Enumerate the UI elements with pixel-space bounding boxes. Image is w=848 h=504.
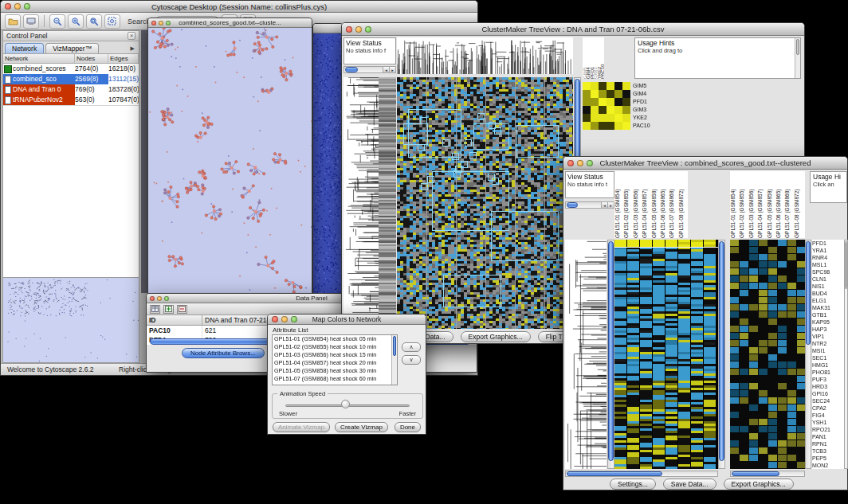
column-label[interactable]: GPL51-01 (GSM854)	[730, 171, 739, 238]
close-button[interactable]	[5, 3, 11, 10]
tv2-dendrogram-v-scrollbar[interactable]	[607, 240, 614, 469]
network-row[interactable]: combined_sco 2569(8) 13112(15)	[3, 74, 139, 84]
gene-label[interactable]: RPO21	[812, 426, 844, 433]
scroll-left-icon[interactable]: ◂	[601, 202, 607, 208]
minimize-button[interactable]	[281, 316, 288, 322]
treeview-action-button[interactable]: Export Graphics...	[461, 331, 531, 342]
column-label[interactable]: PAC10	[600, 37, 603, 79]
network-row[interactable]: tRNAPuberNov2 563(0) 107847(0)	[3, 95, 139, 105]
gene-label[interactable]: NIS1	[812, 283, 844, 290]
zoom-fit-button[interactable]	[86, 14, 102, 29]
column-label[interactable]: GPL51-06 (GSM865)	[660, 171, 669, 238]
gene-label[interactable]: VIP1	[812, 333, 844, 340]
network-graph-canvas[interactable]	[148, 28, 312, 293]
gene-label[interactable]: RNR4	[812, 254, 844, 261]
minimize-button[interactable]	[577, 160, 583, 166]
tv2-row-dendrogram-canvas[interactable]	[565, 240, 607, 469]
scrollbar-thumb[interactable]	[719, 241, 724, 461]
close-button[interactable]	[272, 316, 278, 322]
zoom-out-button[interactable]	[49, 14, 65, 29]
node-attribute-browser-button[interactable]: Node Attribute Brows...	[182, 348, 265, 358]
tv2-heatmap-v-scrollbar[interactable]	[718, 240, 725, 469]
gene-label[interactable]: MSL1	[812, 261, 844, 268]
attribute-item[interactable]: GPL51-05 (GSM858) heat shock 30 min	[273, 367, 397, 375]
minimize-button[interactable]	[355, 26, 362, 33]
gene-label[interactable]: MSI1	[812, 347, 844, 354]
treeview1-titlebar[interactable]: ClusterMaker TreeView : DNA and Tran 07-…	[342, 23, 804, 36]
background-network-titlebar[interactable]	[313, 24, 343, 33]
tv1-correlation-matrix-canvas[interactable]	[583, 82, 630, 130]
gene-label[interactable]: HMG1	[812, 361, 844, 369]
gene-label[interactable]: BUD4	[812, 290, 844, 297]
matrix-row-label[interactable]: YKE2	[633, 114, 660, 122]
attribute-item[interactable]: GPL51-03 (GSM856) heat shock 15 min	[273, 351, 397, 359]
gene-label[interactable]: PUF3	[812, 376, 844, 383]
scrollbar-thumb[interactable]	[608, 241, 614, 461]
scrollbar-thumb[interactable]	[345, 67, 358, 72]
column-label[interactable]: GPL51-04 (GSM857)	[757, 171, 766, 238]
gene-label[interactable]: SEC1	[812, 354, 844, 361]
dialog-button[interactable]: Done	[395, 422, 421, 432]
column-label[interactable]: GPL51-02 (GSM855)	[739, 171, 748, 238]
scroll-right-icon[interactable]: ▸	[389, 67, 395, 72]
gene-label[interactable]: MAK31	[812, 304, 844, 311]
gene-label[interactable]: RPN1	[812, 440, 844, 447]
main-titlebar[interactable]: Cytoscape Desktop (Session Name: collins…	[1, 1, 477, 13]
zoom-button[interactable]	[24, 3, 30, 10]
network-row[interactable]: combined_scores 2764(0) 16218(0)	[3, 64, 139, 74]
create-attribute-button[interactable]	[163, 305, 174, 314]
gene-label[interactable]: YSH1	[812, 419, 844, 426]
tv1-column-dendrogram-canvas[interactable]	[397, 37, 573, 74]
zoom-button[interactable]	[164, 296, 169, 301]
gene-label[interactable]: CLN1	[812, 275, 844, 283]
open-session-button[interactable]	[5, 14, 21, 29]
tv1-row-dendrogram-canvas[interactable]	[344, 77, 396, 329]
move-down-button[interactable]: ∨	[402, 355, 421, 365]
status-h-scrollbar[interactable]: ◂ ▸	[565, 201, 614, 209]
gene-label[interactable]: CPA2	[812, 404, 844, 412]
gene-label[interactable]: PHO81	[812, 369, 844, 376]
scrollbar-thumb[interactable]	[567, 471, 662, 476]
gene-label[interactable]: HAP3	[812, 326, 844, 333]
minimize-button[interactable]	[159, 21, 163, 25]
tab-vizmapper[interactable]: VizMapper™	[45, 43, 99, 53]
move-up-button[interactable]: ∧	[402, 342, 421, 352]
column-label[interactable]: GPL51-01 (GSM854)	[614, 171, 623, 238]
column-label[interactable]: GPL51-07 (GSM868)	[784, 171, 793, 238]
dialog-button[interactable]: Create Vizmap	[335, 422, 388, 432]
attribute-item[interactable]: GPL51-02 (GSM855) heat shock 10 min	[273, 343, 397, 351]
column-label[interactable]: GIM3	[593, 37, 596, 79]
close-button[interactable]	[151, 21, 156, 25]
gene-label[interactable]: FIG4	[812, 412, 844, 419]
gene-label[interactable]: HRD3	[812, 383, 844, 390]
column-label[interactable]: GPL51-07 (GSM868)	[669, 171, 677, 238]
tv2-zoom-h-scrollbar[interactable]	[730, 471, 805, 477]
column-label[interactable]: GPL51-05 (GSM858)	[651, 171, 660, 238]
matrix-row-label[interactable]: GIM3	[633, 106, 660, 114]
zoom-selected-button[interactable]	[104, 14, 120, 29]
gene-label[interactable]: SEC24	[812, 397, 844, 404]
gene-label[interactable]: GPI16	[812, 390, 844, 397]
slider-thumb[interactable]	[341, 400, 350, 408]
scrollbar-thumb[interactable]	[796, 39, 799, 55]
tv2-zoom-v-scrollbar[interactable]	[805, 240, 811, 469]
treeview2-titlebar[interactable]: ClusterMaker TreeView : combined_scores_…	[563, 157, 847, 170]
gene-label[interactable]: PEP5	[812, 455, 844, 462]
zoom-button[interactable]	[166, 21, 171, 25]
zoom-button[interactable]	[291, 316, 297, 322]
dialog-button[interactable]: Animate Vizmap	[273, 422, 330, 432]
scrollbar-thumb[interactable]	[567, 202, 578, 208]
tv2-zoom-heatmap-canvas[interactable]	[730, 240, 805, 469]
zoom-button[interactable]	[587, 160, 593, 166]
matrix-row-label[interactable]: PFD1	[633, 98, 660, 106]
network-view-titlebar[interactable]: combined_scores_good.txt--cluste...	[148, 18, 312, 28]
zoom-in-button[interactable]	[68, 14, 84, 29]
column-label[interactable]: GPL51-08 (GSM872)	[678, 171, 687, 238]
zoom-button[interactable]	[365, 26, 371, 33]
column-label[interactable]: GPL51-06 (GSM865)	[775, 171, 784, 238]
close-button[interactable]	[150, 296, 155, 301]
gene-label[interactable]: KAP95	[812, 318, 844, 326]
gene-label[interactable]: ELG1	[812, 297, 844, 304]
column-label[interactable]: GPL51-08 (GSM872)	[794, 171, 803, 238]
column-label[interactable]: GPL51-05 (GSM858)	[767, 171, 775, 238]
